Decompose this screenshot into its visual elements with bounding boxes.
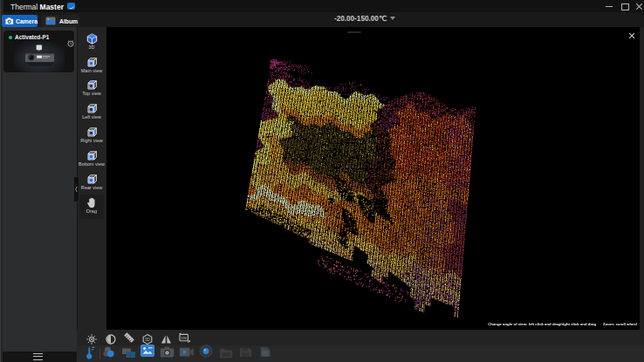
svg-text:180: 180: [181, 336, 187, 340]
svg-text:3D: 3D: [145, 338, 151, 342]
